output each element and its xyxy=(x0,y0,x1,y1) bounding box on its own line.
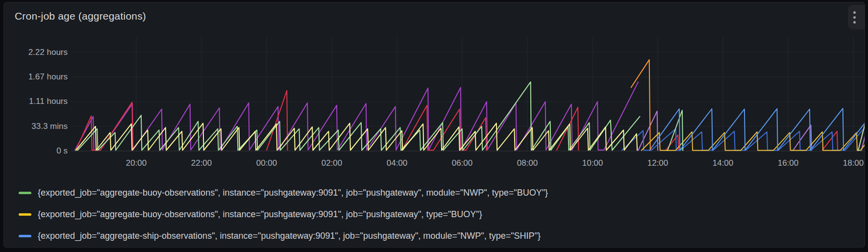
y-axis-tick-label: 1.11 hours xyxy=(4,96,68,107)
legend-label: {exported_job="aggregate-ship-observatio… xyxy=(38,231,541,241)
x-axis-tick-label: 14:00 xyxy=(701,158,745,169)
x-axis-tick-label: 06:00 xyxy=(440,158,484,169)
y-axis-tick-label: 2.22 hours xyxy=(4,47,68,58)
series-line-orange xyxy=(631,60,650,150)
y-axis-tick-label: 1.67 hours xyxy=(4,72,68,82)
x-axis-tick-label: 08:00 xyxy=(505,158,549,169)
chart-plot[interactable] xyxy=(71,37,865,154)
x-axis-tick-label: 10:00 xyxy=(570,158,615,169)
x-axis-tick-label: 02:00 xyxy=(310,158,354,169)
x-axis-tick-label: 00:00 xyxy=(245,158,289,169)
legend-label: {exported_job="aggregate-buoy-observatio… xyxy=(38,188,548,198)
y-axis-tick-label: 33.3 mins xyxy=(4,121,68,132)
legend-item-buoy-nwp[interactable]: {exported_job="aggregate-buoy-observatio… xyxy=(19,182,855,203)
y-axis-tick-label: 0 s xyxy=(4,146,68,156)
kebab-menu-icon xyxy=(853,10,856,25)
legend-item-ship-nwp[interactable]: {exported_job="aggregate-ship-observatio… xyxy=(19,225,855,247)
x-axis-tick-label: 12:00 xyxy=(636,158,680,169)
panel-menu-button[interactable] xyxy=(848,5,865,29)
chart-legend: {exported_job="aggregate-buoy-observatio… xyxy=(19,182,855,247)
x-axis-tick-label: 20:00 xyxy=(114,158,158,169)
series-line-red xyxy=(402,105,486,150)
series-color-marker-icon xyxy=(19,192,31,194)
series-line-gold-buoy xyxy=(642,132,865,151)
grafana-panel: Cron-job age (aggregations) 2.22 hours 1… xyxy=(3,2,865,248)
x-axis-tick-label: 22:00 xyxy=(179,158,223,169)
x-axis-tick-label: 16:00 xyxy=(766,158,810,169)
legend-label: {exported_job="aggregate-buoy-observatio… xyxy=(38,209,482,220)
legend-item-buoy[interactable]: {exported_job="aggregate-buoy-observatio… xyxy=(19,203,855,225)
x-axis-tick-label: 18:00 xyxy=(831,158,865,169)
panel-title: Cron-job age (aggregations) xyxy=(15,10,146,22)
x-axis-tick-label: 04:00 xyxy=(375,158,419,169)
series-line-violet xyxy=(793,125,812,150)
series-color-marker-icon xyxy=(19,235,31,237)
series-color-marker-icon xyxy=(19,213,31,216)
